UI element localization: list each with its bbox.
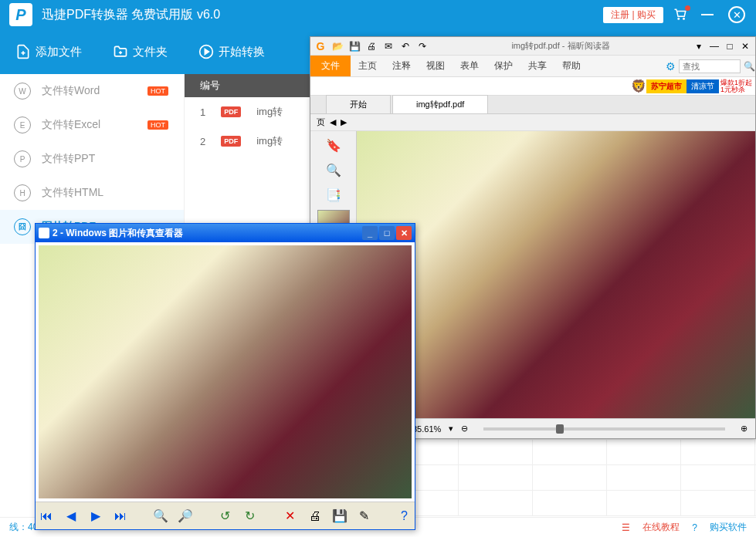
app-logo: P	[9, 3, 32, 26]
pv-rotate-right-icon[interactable]: ↻	[242, 508, 259, 525]
pv-first-icon[interactable]: ⏮	[38, 508, 55, 525]
pv-help-icon[interactable]: ?	[396, 508, 413, 525]
ad-text[interactable]: 清凉节	[687, 79, 719, 93]
main-minimize-button[interactable]	[697, 5, 717, 25]
menu-view[interactable]: 视图	[419, 56, 453, 76]
settings-icon[interactable]: ⚙	[666, 60, 676, 73]
add-file-button[interactable]: 添加文件	[15, 44, 82, 59]
pdf-badge: PDF	[221, 106, 241, 117]
pv-save-icon[interactable]: 💾	[331, 508, 348, 525]
pv-maximize-button[interactable]: □	[379, 226, 395, 240]
list-icon: ☰	[622, 522, 630, 533]
pv-minimize-button[interactable]: _	[362, 226, 378, 240]
menu-protect[interactable]: 保护	[486, 56, 520, 76]
foxit-title: img转pdf.pdf - 福昕阅读器	[429, 40, 692, 52]
menu-home[interactable]: 主页	[351, 56, 385, 76]
zoom-in-icon[interactable]: ⊕	[741, 424, 748, 434]
foxit-minimize-button[interactable]: —	[707, 39, 721, 53]
page-label: 页	[317, 117, 325, 128]
foxit-titlebar: G 📂 💾 🖨 ✉ ↶ ↷ img转pdf.pdf - 福昕阅读器 ▾ — □ …	[310, 37, 755, 56]
search-icon[interactable]: 🔍	[744, 61, 755, 72]
prev-page-icon[interactable]: ◀	[330, 117, 336, 127]
pv-print-icon[interactable]: 🖨	[307, 508, 324, 525]
register-button[interactable]: 注册 | 购买	[603, 7, 663, 23]
photo-viewer-window: 2 - Windows 图片和传真查看器 _ □ ✕ ⏮ ◀ ▶ ⏭ 🔍 🔎 ↺…	[35, 223, 415, 530]
pdf-canvas[interactable]	[357, 131, 755, 418]
pv-prev-icon[interactable]: ◀	[63, 508, 80, 525]
lion-icon: 🦁	[631, 79, 646, 93]
search-panel-icon[interactable]: 🔍	[324, 160, 343, 179]
zoom-slider[interactable]	[483, 427, 725, 431]
pv-slideshow-icon[interactable]: ▶	[87, 508, 104, 525]
save-icon[interactable]: 💾	[347, 39, 361, 53]
hot-badge: HOT	[147, 86, 168, 96]
tutorial-link[interactable]: 在线教程	[642, 521, 680, 534]
html-icon: H	[14, 184, 31, 201]
pages-icon[interactable]: 📑	[324, 185, 343, 204]
menu-help[interactable]: 帮助	[554, 56, 588, 76]
pv-close-button[interactable]: ✕	[396, 226, 412, 240]
pv-fit-icon[interactable]: 🔍	[152, 508, 169, 525]
menu-form[interactable]: 表单	[453, 56, 486, 76]
redo-icon[interactable]: ↷	[415, 39, 429, 53]
buy-link[interactable]: 购买软件	[710, 521, 747, 534]
pv-image-area	[36, 242, 415, 502]
foxit-maximize-button[interactable]: □	[723, 39, 737, 53]
pv-rotate-left-icon[interactable]: ↺	[217, 508, 234, 525]
pv-title-text: 2 - Windows 图片和传真查看器	[53, 227, 183, 240]
bookmark-icon[interactable]: 🔖	[324, 136, 343, 154]
start-convert-label: 开始转换	[219, 45, 265, 59]
sidebar-label: 文件转Word	[42, 84, 100, 98]
ad-text[interactable]: 苏宁超市	[646, 79, 687, 93]
menu-comment[interactable]: 注释	[385, 56, 419, 76]
pdf-badge: PDF	[221, 136, 241, 147]
email-icon[interactable]: ✉	[381, 39, 395, 53]
sidebar-label: 文件转Excel	[42, 118, 100, 132]
sidebar-item-ppt[interactable]: P 文件转PPT	[0, 142, 184, 176]
foxit-menubar: 文件 主页 注释 视图 表单 保护 共享 帮助 ⚙ 🔍	[310, 56, 755, 77]
tab-start[interactable]: 开始	[326, 95, 391, 113]
pv-actual-icon[interactable]: 🔎	[177, 508, 194, 525]
sidebar-label: 文件转HTML	[42, 186, 103, 200]
file-menu[interactable]: 文件	[310, 56, 351, 76]
sidebar-item-excel[interactable]: E 文件转Excel HOT	[0, 108, 184, 142]
file-num: 2	[200, 136, 205, 147]
search-input[interactable]	[679, 59, 741, 73]
file-num: 1	[200, 106, 205, 118]
zoom-out-icon[interactable]: ⊖	[461, 424, 468, 434]
help-icon: ?	[692, 522, 697, 533]
ad-subtext: 1元秒杀	[720, 86, 752, 93]
undo-icon[interactable]: ↶	[398, 39, 412, 53]
hot-badge: HOT	[147, 120, 168, 130]
foxit-close-button[interactable]: ✕	[738, 39, 752, 53]
add-folder-label: 文件夹	[133, 45, 168, 59]
document-tabs: 开始 img转pdf.pdf	[310, 96, 755, 114]
pv-image	[39, 245, 412, 498]
pdf-page	[357, 131, 755, 418]
print-icon[interactable]: 🖨	[364, 39, 378, 53]
add-file-label: 添加文件	[36, 45, 82, 59]
ppt-icon: P	[14, 150, 31, 167]
foxit-options-icon[interactable]: ▾	[692, 39, 706, 53]
app-title: 迅捷PDF转换器 免费试用版 v6.0	[42, 7, 603, 23]
svg-rect-0	[701, 14, 714, 15]
sidebar-item-word[interactable]: W 文件转Word HOT	[0, 74, 184, 108]
pv-delete-icon[interactable]: ✕	[282, 508, 299, 525]
pv-next-icon[interactable]: ⏭	[112, 508, 129, 525]
sidebar-label: 文件转PPT	[42, 152, 95, 166]
ad-banner: 🦁 苏宁超市 清凉节 爆款1折起 1元秒杀	[310, 77, 755, 96]
open-icon[interactable]: 📂	[331, 39, 344, 53]
tab-document[interactable]: img转pdf.pdf	[392, 95, 488, 113]
add-folder-button[interactable]: 文件夹	[113, 44, 168, 59]
pv-edit-icon[interactable]: ✎	[356, 508, 373, 525]
image-icon: 囧	[14, 218, 31, 235]
cart-icon[interactable]	[673, 8, 688, 22]
page-toolbar: 页 ◀ ▶	[310, 114, 755, 131]
zoom-dropdown-icon[interactable]: ▾	[449, 424, 453, 434]
pv-toolbar: ⏮ ◀ ▶ ⏭ 🔍 🔎 ↺ ↻ ✕ 🖨 💾 ✎ ?	[36, 502, 415, 529]
next-page-icon[interactable]: ▶	[341, 117, 347, 127]
menu-share[interactable]: 共享	[520, 56, 554, 76]
start-convert-button[interactable]: 开始转换	[198, 44, 265, 59]
main-close-button[interactable]: ✕	[727, 5, 747, 25]
sidebar-item-html[interactable]: H 文件转HTML	[0, 176, 184, 210]
